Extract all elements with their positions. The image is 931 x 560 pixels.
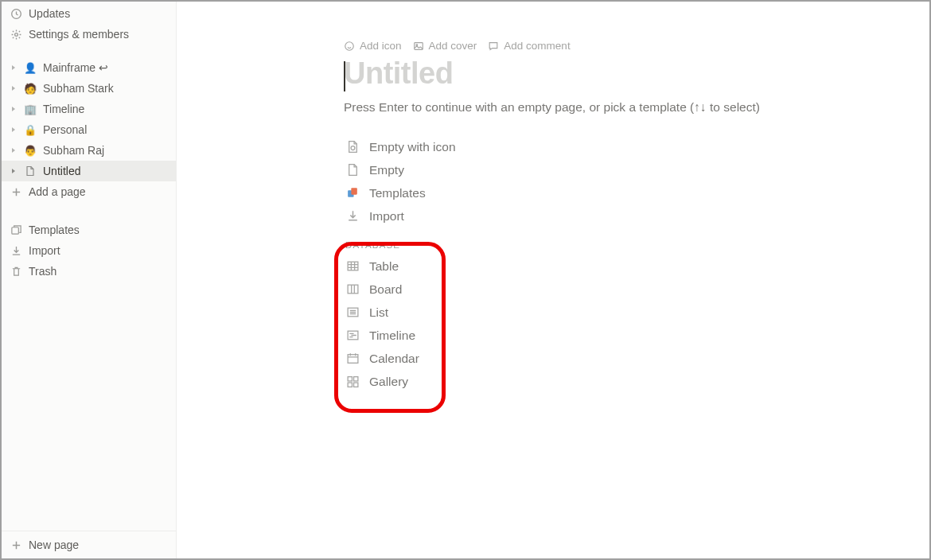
plus-icon [10, 185, 22, 198]
sidebar-pages: 👤 Mainframe ↩ 🧑 Subham Stark 🏢 Timeline … [2, 57, 176, 202]
chevron-right-icon [10, 105, 18, 113]
sidebar-item-label: Personal [43, 123, 87, 136]
sidebar-page-subham-raj[interactable]: 👨 Subham Raj [2, 140, 176, 161]
sidebar-page-mainframe[interactable]: 👤 Mainframe ↩ [2, 57, 176, 78]
option-label: Empty with icon [369, 140, 456, 154]
text-cursor [344, 61, 345, 91]
svg-point-1 [14, 33, 18, 36]
clock-icon [10, 7, 22, 20]
sidebar-item-label: Templates [29, 224, 80, 236]
sidebar-new-page[interactable]: New page [2, 535, 176, 555]
sidebar-trash[interactable]: Trash [2, 261, 176, 282]
page-icon-icon [345, 140, 360, 154]
sidebar-item-label: Untitled [43, 165, 80, 177]
sidebar-updates[interactable]: Updates [2, 3, 176, 24]
plus-icon [10, 539, 22, 551]
page-icon [24, 165, 37, 177]
svg-rect-9 [348, 262, 358, 270]
page-emoji: 👤 [24, 61, 37, 74]
sidebar-item-label: Subham Raj [43, 144, 104, 157]
option-timeline[interactable]: Timeline [344, 324, 869, 347]
add-icon-button[interactable]: Add icon [344, 40, 402, 52]
option-calendar[interactable]: Calendar [344, 347, 869, 370]
page-emoji: 🔒 [24, 123, 37, 136]
database-section-header: DATABASE [344, 240, 869, 250]
option-list[interactable]: List [344, 301, 869, 324]
import-icon [345, 209, 360, 224]
templates-color-icon [345, 186, 360, 200]
page-title-input[interactable]: Untitled [344, 56, 869, 91]
svg-rect-17 [353, 383, 357, 387]
chevron-right-icon [10, 167, 18, 175]
page-icon [345, 163, 360, 177]
action-label: Add cover [429, 40, 477, 52]
option-empty[interactable]: Empty [344, 158, 869, 181]
title-placeholder: Untitled [344, 56, 453, 90]
add-cover-button[interactable]: Add cover [413, 40, 477, 52]
option-label: List [369, 305, 388, 320]
chevron-right-icon [10, 84, 18, 92]
chevron-right-icon [10, 146, 18, 154]
svg-rect-15 [353, 377, 357, 381]
sidebar-import[interactable]: Import [2, 240, 176, 261]
sidebar-page-untitled[interactable]: Untitled [2, 161, 176, 181]
option-label: Import [369, 209, 404, 224]
option-label: Gallery [369, 375, 408, 389]
sidebar-page-personal[interactable]: 🔒 Personal [2, 119, 176, 140]
sidebar-page-subham-stark[interactable]: 🧑 Subham Stark [2, 78, 176, 99]
option-empty-with-icon[interactable]: Empty with icon [344, 135, 869, 158]
svg-rect-16 [348, 383, 352, 387]
board-icon [345, 282, 360, 297]
trash-icon [10, 265, 22, 278]
sidebar-item-label: Trash [29, 265, 56, 278]
option-gallery[interactable]: Gallery [344, 370, 869, 393]
add-comment-button[interactable]: Add comment [488, 40, 570, 52]
template-hint: Press Enter to continue with an empty pa… [344, 100, 869, 115]
chevron-right-icon [10, 64, 18, 72]
svg-rect-2 [11, 227, 18, 233]
emoji-icon [344, 41, 355, 52]
chevron-right-icon [10, 126, 18, 134]
option-label: Table [369, 259, 399, 274]
sidebar-item-label: Updates [29, 7, 70, 20]
sidebar-item-label: Mainframe ↩ [43, 61, 108, 74]
option-board[interactable]: Board [344, 278, 869, 301]
sidebar-footer: New page [2, 531, 176, 558]
svg-rect-13 [348, 355, 358, 364]
option-import[interactable]: Import [344, 204, 869, 228]
sidebar-settings[interactable]: Settings & members [2, 24, 176, 45]
sidebar-templates[interactable]: Templates [2, 220, 176, 240]
sidebar-item-label: Add a page [29, 185, 86, 198]
svg-rect-14 [348, 377, 352, 381]
templates-icon [10, 224, 22, 236]
option-templates[interactable]: Templates [344, 181, 869, 204]
basic-options: Empty with icon Empty Templates Import [344, 135, 869, 228]
option-table[interactable]: Table [344, 255, 869, 278]
import-icon [10, 244, 22, 257]
option-label: Timeline [369, 329, 415, 343]
table-icon [345, 259, 360, 274]
calendar-icon [345, 352, 360, 366]
image-icon [413, 41, 424, 52]
sidebar-item-label: Settings & members [29, 28, 129, 41]
sidebar-add-page[interactable]: Add a page [2, 181, 176, 202]
sidebar-utility: Templates Import Trash [2, 215, 176, 282]
sidebar-item-label: Timeline [43, 103, 84, 115]
svg-rect-8 [351, 188, 356, 195]
option-label: Empty [369, 163, 404, 177]
option-label: Calendar [369, 352, 419, 366]
sidebar: Updates Settings & members 👤 Mainframe ↩… [2, 2, 177, 558]
page-emoji: 👨 [24, 144, 37, 157]
sidebar-page-timeline[interactable]: 🏢 Timeline [2, 99, 176, 119]
option-label: Board [369, 282, 402, 297]
action-label: Add icon [360, 40, 402, 52]
list-icon [345, 305, 360, 320]
gallery-icon [345, 375, 360, 389]
sidebar-item-label: Import [29, 244, 60, 257]
svg-point-3 [345, 41, 354, 50]
database-options: Table Board List Timeline Calendar Galle… [344, 255, 869, 393]
action-label: Add comment [504, 40, 570, 52]
svg-rect-4 [414, 42, 423, 49]
sidebar-item-label: New page [29, 539, 79, 551]
gear-icon [10, 28, 22, 41]
